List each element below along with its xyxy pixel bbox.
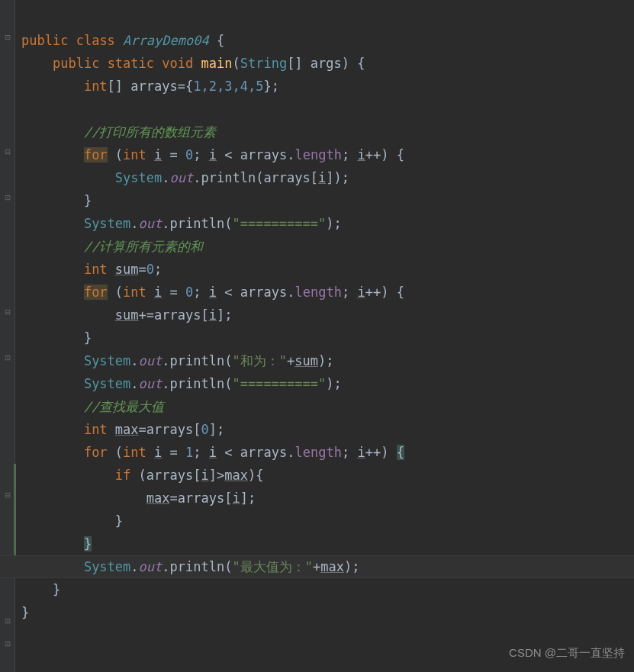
watermark: CSDN @二哥一直坚持 xyxy=(509,641,625,664)
line xyxy=(21,101,29,117)
line: if (arrays[i]>max){ xyxy=(21,468,263,483)
line: for (int i = 0; i < arrays.length; i++) … xyxy=(21,147,404,162)
line: System.out.println("=========="); xyxy=(21,376,342,391)
line: for (int i = 1; i < arrays.length; i++) … xyxy=(21,445,404,460)
line: System.out.println("最大值为："+max); xyxy=(21,559,359,574)
line: int sum=0; xyxy=(21,262,162,277)
line: public static void main(String[] args) { xyxy=(21,56,365,71)
line: for (int i = 0; i < arrays.length; i++) … xyxy=(21,285,404,300)
line: //打印所有的数组元素 xyxy=(21,124,216,140)
line: System.out.println("和为："+sum); xyxy=(21,353,333,368)
line: } xyxy=(21,605,29,620)
line: max=arrays[i]; xyxy=(21,490,256,506)
line: int max=arrays[0]; xyxy=(21,422,224,437)
fold-icon[interactable] xyxy=(3,147,12,156)
fold-icon[interactable] xyxy=(3,33,12,42)
fold-icon[interactable] xyxy=(3,490,12,500)
line: //计算所有元素的和 xyxy=(21,239,203,254)
line: } xyxy=(21,193,92,208)
line: } xyxy=(21,513,123,529)
line: sum+=arrays[i]; xyxy=(21,307,232,323)
fold-end-icon[interactable] xyxy=(3,639,12,648)
fold-end-icon[interactable] xyxy=(3,616,12,625)
fold-end-icon[interactable] xyxy=(3,353,12,362)
line: System.out.println("=========="); xyxy=(21,216,342,231)
line: } xyxy=(21,582,60,597)
change-bar xyxy=(14,464,16,563)
line: } xyxy=(21,536,92,551)
line: public class ArrayDemo04 { xyxy=(21,33,224,48)
line: int[] arrays={1,2,3,4,5}; xyxy=(21,79,279,94)
line: System.out.println(arrays[i]); xyxy=(21,170,349,185)
code-editor[interactable]: public class ArrayDemo04 { public static… xyxy=(21,6,629,624)
line: } xyxy=(21,330,92,346)
fold-icon[interactable] xyxy=(3,307,12,317)
fold-end-icon[interactable] xyxy=(3,193,12,202)
line: //查找最大值 xyxy=(21,399,164,414)
